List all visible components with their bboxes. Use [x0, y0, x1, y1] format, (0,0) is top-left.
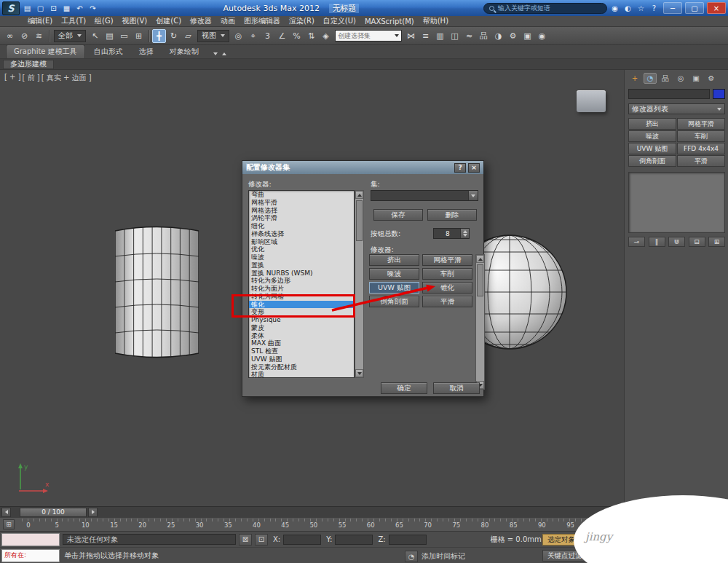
absolute-offset-toggle-icon[interactable]: ⊡	[255, 534, 268, 546]
save-button[interactable]: 保存	[373, 209, 423, 221]
reference-coordinate-dropdown[interactable]: 视图	[197, 30, 229, 42]
menu-item[interactable]: 动画	[216, 15, 240, 27]
scrollbar-thumb[interactable]	[477, 264, 483, 296]
modifier-list-item[interactable]: 按元素分配材质	[249, 363, 354, 371]
modifier-list-item[interactable]: 细化	[249, 222, 354, 230]
menu-item[interactable]: 帮助(H)	[419, 15, 453, 27]
tab-hierarchy-icon[interactable]: 品	[659, 73, 672, 84]
ribbon-toggle-icon[interactable]: ◫	[448, 29, 462, 43]
help-icon[interactable]: ?	[648, 2, 660, 15]
edit-named-selections-icon[interactable]: ◈	[319, 29, 333, 43]
modifier-slot-button[interactable]: 网格平滑	[422, 254, 472, 266]
x-coordinate-field[interactable]	[283, 535, 321, 545]
select-and-scale-icon[interactable]: ▱	[181, 29, 195, 43]
menu-item[interactable]: 组(G)	[90, 15, 118, 27]
modifier-list-item[interactable]: 材质	[249, 371, 354, 378]
select-and-rotate-icon[interactable]: ↻	[167, 29, 181, 43]
previous-frame-icon[interactable]	[1, 508, 11, 517]
menu-item[interactable]: 创建(C)	[151, 15, 186, 27]
menu-item[interactable]: 图形编辑器	[240, 15, 285, 27]
modifier-list-item[interactable]: 置换	[249, 261, 354, 269]
add-time-tag[interactable]: ◔ 添加时间标记	[405, 551, 465, 562]
configure-modifier-sets-icon[interactable]: ⊞	[708, 237, 725, 247]
make-unique-icon[interactable]: ⋓	[668, 237, 685, 247]
material-editor-icon[interactable]: ◑	[491, 29, 505, 43]
open-file-icon[interactable]: ⊡	[47, 2, 60, 15]
object-color-swatch[interactable]	[713, 89, 725, 99]
modifier-list-item[interactable]: 优化	[249, 245, 354, 253]
ribbon-tab[interactable]: Graphite 建模工具	[6, 44, 85, 58]
favorites-icon[interactable]: ☆	[635, 2, 647, 15]
scroll-up-icon[interactable]	[478, 258, 483, 261]
maxscript-mini-listener[interactable]: 所有在:	[1, 549, 60, 562]
menu-item[interactable]: 修改器	[186, 15, 216, 27]
modifier-list-item[interactable]: 网格选择	[249, 207, 354, 215]
tab-utilities-icon[interactable]: ⚙	[705, 73, 718, 84]
delete-button[interactable]: 删除	[427, 209, 477, 221]
grid-scrollbar[interactable]	[475, 254, 485, 390]
render-setup-icon[interactable]: ⚙	[506, 29, 520, 43]
cancel-button[interactable]: 取消	[433, 382, 480, 394]
modifier-button[interactable]: UVW 贴图	[628, 143, 676, 154]
modifier-button[interactable]: 倒角剖面	[628, 155, 676, 167]
mini-curve-editor-icon[interactable]: ⊞	[3, 519, 15, 529]
scrollbar-thumb[interactable]	[356, 200, 363, 241]
curve-editor-icon[interactable]: ≈	[462, 29, 476, 43]
maximize-button[interactable]: ▢	[685, 2, 704, 14]
spinner-down-icon[interactable]	[463, 234, 467, 237]
modifier-list-item[interactable]: 样条线选择	[249, 230, 354, 238]
viewport-menu-shading[interactable]: [ 真实 + 边面 ]	[41, 73, 92, 83]
render-production-icon[interactable]: ◉	[535, 29, 549, 43]
time-slider-handle[interactable]: 0 / 100	[20, 508, 87, 517]
selection-region-icon[interactable]: ▭	[117, 29, 131, 43]
close-button[interactable]: ×	[707, 2, 726, 14]
ribbon-tab[interactable]: 对象绘制	[162, 45, 206, 58]
y-coordinate-field[interactable]	[335, 535, 373, 545]
tab-modify-icon[interactable]: ◔	[644, 73, 657, 84]
tab-create-icon[interactable]: +	[628, 73, 641, 84]
menu-item[interactable]: MAXScript(M)	[360, 17, 419, 26]
spinner-snap-icon[interactable]: ⇅	[304, 29, 318, 43]
modifier-stack[interactable]	[628, 172, 725, 233]
object-name-field[interactable]	[628, 89, 710, 99]
save-file-icon[interactable]: ▦	[60, 2, 73, 15]
sets-dropdown[interactable]	[371, 190, 478, 201]
percent-snap-icon[interactable]: %	[290, 29, 304, 43]
modifier-list-item[interactable]: 噪波	[249, 253, 354, 261]
window-crossing-icon[interactable]: ⊞	[132, 29, 146, 43]
mirror-icon[interactable]: ⋈	[404, 29, 418, 43]
show-end-result-icon[interactable]: ‖	[649, 237, 665, 247]
ribbon-tab[interactable]: 自由形式	[87, 45, 130, 58]
select-by-name-icon[interactable]: ▤	[103, 29, 116, 43]
tab-display-icon[interactable]: ▣	[689, 73, 703, 84]
menu-item[interactable]: 自定义(U)	[319, 15, 360, 27]
z-coordinate-field[interactable]	[389, 535, 427, 545]
modifier-list-item[interactable]: 网格平滑	[249, 199, 354, 207]
remove-modifier-icon[interactable]: ⊟	[689, 237, 705, 247]
modifier-list-item[interactable]: STL 检查	[249, 347, 354, 355]
viewport-menu-pov[interactable]: [ 前 ]	[23, 73, 40, 83]
modifier-list-item[interactable]: 影响区域	[249, 238, 354, 246]
app-menu-icon[interactable]: ▤	[21, 2, 33, 15]
menu-item[interactable]: 工具(T)	[57, 15, 90, 27]
ribbon-tab[interactable]: 选择	[132, 45, 161, 58]
spinner-up-icon[interactable]	[463, 230, 467, 233]
modifier-list-item[interactable]: 柔体	[249, 332, 354, 340]
modifier-button[interactable]: FFD 4x4x4	[677, 143, 725, 154]
menu-item[interactable]: 渲染(R)	[285, 15, 319, 27]
select-and-manipulate-icon[interactable]: ⌖	[246, 29, 260, 43]
new-scene-icon[interactable]: ▢	[34, 2, 47, 15]
total-buttons-spinner[interactable]: 8	[433, 228, 470, 239]
dialog-close-button[interactable]: ×	[468, 163, 480, 173]
lock-selection-icon[interactable]: ⊠	[239, 534, 252, 546]
select-and-link-icon[interactable]: ∞	[3, 29, 17, 43]
scroll-up-icon[interactable]	[357, 194, 362, 197]
menu-item[interactable]: 视图(V)	[118, 15, 152, 27]
community-icon[interactable]: ◐	[622, 2, 634, 15]
undo-icon[interactable]: ↶	[74, 2, 86, 15]
next-frame-icon[interactable]	[88, 508, 98, 517]
dialog-help-button[interactable]: ?	[454, 163, 466, 173]
modifier-list-item[interactable]: UVW 贴图	[249, 355, 354, 363]
select-object-icon[interactable]: ↖	[88, 29, 102, 43]
modifier-button[interactable]: 平滑	[677, 155, 725, 167]
